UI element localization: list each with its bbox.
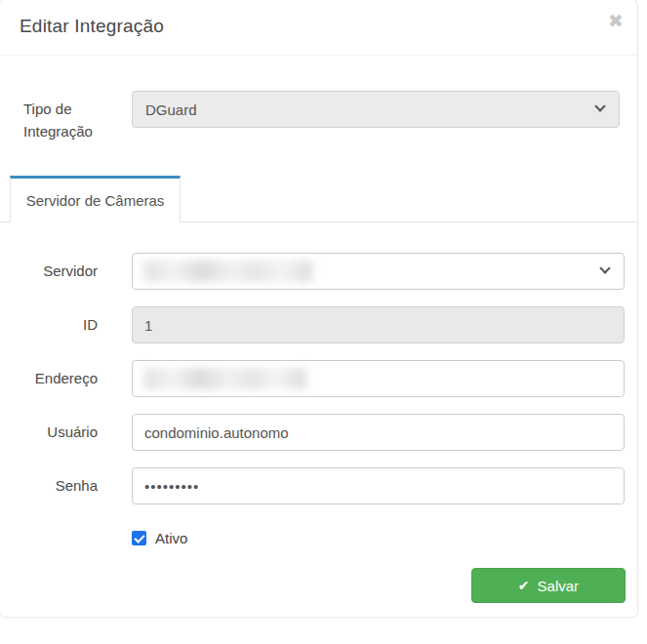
tab-label: Servidor de Câmeras xyxy=(26,192,165,209)
edit-integration-modal: Editar Integração ✖ Tipo de Integração D… xyxy=(0,0,638,618)
usuario-field-box xyxy=(132,414,625,451)
usuario-row: Usuário xyxy=(0,414,637,451)
usuario-input[interactable] xyxy=(144,415,624,450)
servidor-select[interactable] xyxy=(132,253,625,290)
tab-bar: Servidor de Câmeras xyxy=(0,176,637,222)
actions-row: ✔ Salvar xyxy=(0,568,637,603)
check-icon: ✔ xyxy=(518,578,530,593)
id-label: ID xyxy=(0,306,98,343)
senha-input[interactable] xyxy=(144,468,624,503)
senha-row: Senha xyxy=(0,467,637,504)
endereco-field[interactable] xyxy=(132,360,625,397)
id-row: ID 1 xyxy=(0,306,637,343)
chevron-down-icon xyxy=(594,101,605,111)
save-button[interactable]: ✔ Salvar xyxy=(471,568,626,603)
modal-header: Editar Integração ✖ xyxy=(0,0,637,56)
ativo-checkbox[interactable] xyxy=(132,531,146,545)
tab-servidor-de-cameras[interactable]: Servidor de Câmeras xyxy=(10,176,181,222)
integration-type-value: DGuard xyxy=(145,101,197,118)
tab-content: Servidor ID 1 Endereço xyxy=(0,222,637,603)
id-value: 1 xyxy=(144,317,152,334)
senha-label: Senha xyxy=(0,467,98,504)
servidor-redacted-value xyxy=(144,261,312,282)
usuario-label: Usuário xyxy=(0,414,98,451)
save-button-label: Salvar xyxy=(538,578,580,594)
integration-type-row: Tipo de Integração DGuard xyxy=(0,91,637,142)
close-icon[interactable]: ✖ xyxy=(604,8,627,35)
integration-type-label: Tipo de Integração xyxy=(0,91,108,142)
integration-type-select[interactable]: DGuard xyxy=(132,91,620,128)
senha-field-box xyxy=(132,467,625,504)
ativo-label: Ativo xyxy=(155,530,187,546)
servidor-row: Servidor xyxy=(0,253,637,290)
chevron-down-icon xyxy=(599,262,610,273)
ativo-row: Ativo xyxy=(132,530,637,545)
id-field: 1 xyxy=(132,306,625,343)
endereco-label: Endereço xyxy=(0,360,98,397)
endereco-redacted-value xyxy=(144,368,306,389)
servidor-label: Servidor xyxy=(0,253,98,290)
endereco-row: Endereço xyxy=(0,360,637,397)
modal-title: Editar Integração xyxy=(20,16,164,36)
